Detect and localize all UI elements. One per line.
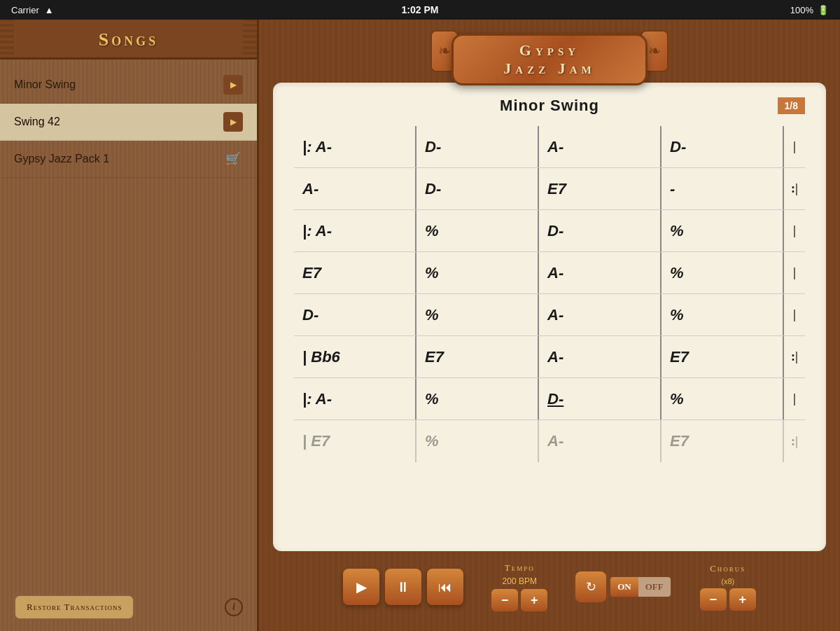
loop-button[interactable]: ↻	[575, 571, 606, 602]
chorus-minus-button[interactable]: −	[700, 588, 727, 611]
status-right: 100% 🔋	[790, 5, 829, 15]
chord-cell-1-2: D-	[416, 126, 539, 167]
chord-text: | E7	[302, 432, 330, 450]
sidebar-title: Songs	[99, 29, 158, 50]
chord-cell-6-4: E7	[662, 336, 784, 377]
chord-text: |: A-	[302, 138, 332, 156]
transport-controls: ▶ ⏸ ⏮	[343, 569, 463, 605]
sign-body: Gypsy Jazz Jam	[451, 34, 648, 85]
chord-text: | Bb6	[302, 348, 340, 366]
wifi-icon: ▲	[45, 5, 54, 15]
chord-row-7: |: A- % D- % |	[294, 378, 805, 420]
chord-end-1: |	[784, 126, 805, 167]
play-button[interactable]: ▶	[343, 569, 379, 605]
info-button[interactable]: i	[225, 598, 243, 616]
play-btn-swing42[interactable]: ▶	[223, 112, 243, 132]
chord-cell-4-4: %	[662, 252, 784, 293]
chord-text: %	[425, 432, 439, 450]
chord-cell-2-4: -	[662, 168, 784, 209]
chord-cell-5-3: A-	[539, 294, 662, 335]
play-btn-minor-swing[interactable]: ▶	[223, 75, 243, 95]
chord-cell-8-2: %	[416, 420, 539, 462]
chord-text: A-	[547, 138, 564, 156]
chord-text: %	[425, 306, 439, 324]
chord-cell-1-3: A-	[539, 126, 662, 167]
sheet-area: Minor Swing 1/8 |: A- D- A-	[273, 83, 826, 551]
sheet-header: Minor Swing 1/8	[294, 97, 805, 115]
song-name-swing42: Swing 42	[14, 116, 60, 128]
restore-transactions-button[interactable]: Restore Transactions	[14, 595, 134, 620]
chord-cell-7-3: D-	[539, 378, 662, 419]
chord-text: D-	[425, 138, 441, 156]
chord-cell-5-2: %	[416, 294, 539, 335]
status-left: Carrier ▲	[11, 5, 54, 15]
chord-row-5: D- % A- % |	[294, 294, 805, 336]
status-bar: Carrier ▲ 1:02 PM 100% 🔋	[0, 0, 840, 20]
chord-cell-8-1: | E7	[294, 420, 416, 462]
chord-text: E7	[302, 264, 321, 282]
battery-icon: 🔋	[818, 5, 829, 15]
sidebar: Songs Minor Swing ▶ Swing 42 ▶ Gypsy Jaz…	[0, 20, 259, 631]
tempo-plus-button[interactable]: +	[521, 589, 547, 611]
chord-end-2: :|	[784, 168, 805, 209]
chord-cell-6-1: | Bb6	[294, 336, 416, 377]
chord-text: %	[670, 306, 684, 324]
song-list: Minor Swing ▶ Swing 42 ▶ Gypsy Jazz Pack…	[0, 60, 257, 583]
chord-text: |: A-	[302, 222, 332, 240]
chord-cell-3-2: %	[416, 210, 539, 251]
chord-end-4: |	[784, 252, 805, 293]
chord-cell-5-4: %	[662, 294, 784, 335]
loop-on-button[interactable]: ON	[610, 577, 638, 597]
chord-cell-7-4: %	[662, 378, 784, 419]
tempo-stepper-row: − +	[491, 589, 547, 611]
song-item-gypsy-pack[interactable]: Gypsy Jazz Pack 1 🛒	[0, 141, 257, 178]
chord-text: |: A-	[302, 390, 332, 408]
cart-icon-gypsy-pack[interactable]: 🛒	[223, 149, 243, 169]
chord-cell-3-3: D-	[539, 210, 662, 251]
song-item-minor-swing[interactable]: Minor Swing ▶	[0, 67, 257, 104]
controls-area: ▶ ⏸ ⏮ Tempo 200 BPM − + ↻ ON	[273, 551, 826, 617]
chorus-sub: (x8)	[721, 577, 734, 585]
loop-icon: ↻	[586, 579, 596, 595]
tempo-value: 200 BPM	[503, 576, 537, 586]
chorus-label: Chorus	[710, 563, 746, 574]
chord-end-5: |	[784, 294, 805, 335]
rewind-button[interactable]: ⏮	[427, 569, 463, 605]
chord-row-3: |: A- % D- % |	[294, 210, 805, 252]
chord-cell-4-1: E7	[294, 252, 416, 293]
app-header: ❧ Gypsy Jazz Jam ❧	[430, 20, 668, 83]
chord-text: A-	[547, 264, 564, 282]
sidebar-header: Songs	[0, 20, 257, 60]
chord-row-6: | Bb6 E7 A- E7 :|	[294, 336, 805, 378]
song-item-swing42[interactable]: Swing 42 ▶	[0, 104, 257, 141]
chorus-plus-button[interactable]: +	[729, 588, 756, 611]
chord-text: %	[670, 222, 684, 240]
chord-end-8: :|	[784, 420, 805, 462]
chord-cell-5-1: D-	[294, 294, 416, 335]
loop-off-button[interactable]: OFF	[638, 577, 671, 597]
chord-cell-7-2: %	[416, 378, 539, 419]
content-area: ❧ Gypsy Jazz Jam ❧ Minor Swing 1/8 |: A-	[259, 20, 840, 631]
song-name-gypsy-pack: Gypsy Jazz Pack 1	[14, 153, 109, 165]
chord-cell-4-2: %	[416, 252, 539, 293]
chord-cell-8-4: E7	[662, 420, 784, 462]
chord-cell-3-4: %	[662, 210, 784, 251]
tempo-minus-button[interactable]: −	[491, 589, 518, 611]
chord-text: E7	[425, 348, 444, 366]
status-time: 1:02 PM	[402, 4, 439, 15]
chord-text: E7	[670, 348, 689, 366]
chord-text: D-	[547, 222, 564, 240]
chord-cell-2-1: A-	[294, 168, 416, 209]
carrier-label: Carrier	[11, 5, 39, 15]
page-indicator: 1/8	[778, 97, 805, 114]
chord-end-6: :|	[784, 336, 805, 377]
main-layout: Songs Minor Swing ▶ Swing 42 ▶ Gypsy Jaz…	[0, 20, 840, 631]
app-title-line2: Jazz Jam	[468, 60, 631, 78]
chord-text: A-	[547, 432, 564, 450]
chord-cell-1-4: D-	[662, 126, 784, 167]
pause-button[interactable]: ⏸	[385, 569, 421, 605]
chord-text: E7	[547, 180, 566, 198]
chord-text: %	[670, 390, 684, 408]
app-title-line1: Gypsy	[468, 41, 631, 60]
chord-text: D-	[670, 138, 686, 156]
